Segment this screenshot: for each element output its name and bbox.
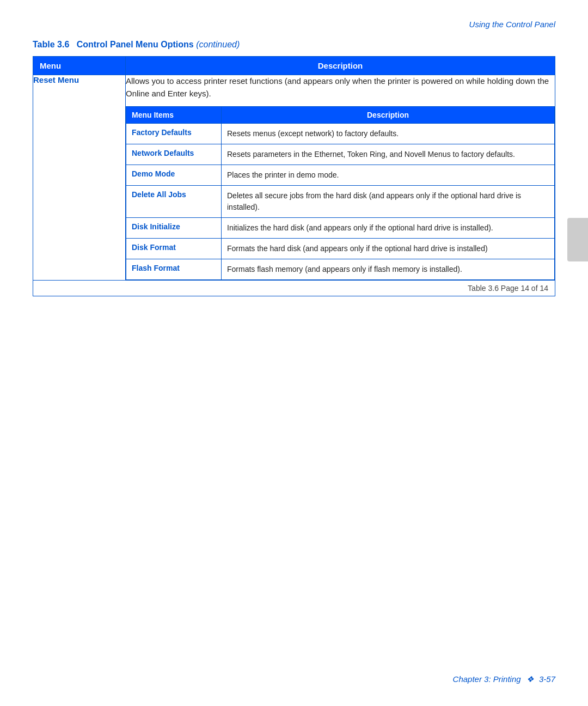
page-footer: Chapter 3: Printing ❖ 3-57 (453, 674, 555, 684)
table-number: Table 3.6 (33, 40, 69, 49)
inner-menu-item-desc: Resets parameters in the Ethernet, Token… (222, 144, 555, 165)
main-header-row: Menu Description (33, 57, 555, 75)
main-table: Menu Description Reset Menu Allows you t… (33, 56, 555, 296)
inner-menu-item-desc: Formats the hard disk (and appears only … (222, 239, 555, 259)
reset-menu-desc-cell: Allows you to access printer reset funct… (126, 75, 555, 281)
chapter-tab (567, 218, 588, 261)
table-title: Table 3.6 Control Panel Menu Options (co… (33, 40, 555, 50)
content-area: Table 3.6 Control Panel Menu Options (co… (0, 34, 588, 329)
pagination-row: Table 3.6 Page 14 of 14 (33, 281, 555, 296)
inner-menu-item-label: Flash Format (126, 259, 222, 280)
inner-menu-item-desc: Deletes all secure jobs from the hard di… (222, 186, 555, 218)
inner-menu-item-desc: Places the printer in demo mode. (222, 165, 555, 186)
table-bold-title: Control Panel Menu Options (72, 40, 194, 49)
inner-menu-item-label: Disk Format (126, 239, 222, 259)
pagination-text: Table 3.6 Page 14 of 14 (468, 284, 548, 293)
inner-table-row: Network DefaultsResets parameters in the… (126, 144, 555, 165)
inner-header-row: Menu Items Description (126, 107, 555, 124)
inner-menu-item-desc: Initializes the hard disk (and appears o… (222, 218, 555, 239)
inner-menu-item-label: Delete All Jobs (126, 186, 222, 218)
table-italic-continued: (continued) (196, 40, 240, 49)
description-col-header: Description (126, 57, 555, 75)
inner-menu-item-label: Disk Initialize (126, 218, 222, 239)
pagination-cell: Table 3.6 Page 14 of 14 (33, 281, 555, 296)
footer-chapter: Chapter 3: Printing (453, 674, 521, 684)
inner-menu-item-desc: Formats flash memory (and appears only i… (222, 259, 555, 280)
reset-menu-description: Allows you to access printer reset funct… (126, 75, 555, 100)
reset-menu-row: Reset Menu Allows you to access printer … (33, 75, 555, 281)
inner-table-row: Flash FormatFormats flash memory (and ap… (126, 259, 555, 280)
inner-menu-items-header: Menu Items (126, 107, 222, 124)
inner-table: Menu Items Description Factory DefaultsR… (126, 106, 555, 280)
reset-menu-label: Reset Menu (33, 75, 126, 281)
inner-table-row: Disk InitializeInitializes the hard disk… (126, 218, 555, 239)
page-header: Using the Control Panel (0, 0, 588, 34)
inner-table-row: Demo ModePlaces the printer in demo mode… (126, 165, 555, 186)
inner-table-row: Disk FormatFormats the hard disk (and ap… (126, 239, 555, 259)
footer-page: 3-57 (539, 674, 555, 684)
inner-menu-item-label: Network Defaults (126, 144, 222, 165)
inner-menu-item-desc: Resets menus (except network) to factory… (222, 124, 555, 144)
header-text: Using the Control Panel (469, 20, 555, 29)
inner-description-header: Description (222, 107, 555, 124)
footer-separator: ❖ (526, 674, 534, 684)
menu-col-header: Menu (33, 57, 126, 75)
inner-menu-item-label: Factory Defaults (126, 124, 222, 144)
inner-menu-item-label: Demo Mode (126, 165, 222, 186)
inner-table-row: Factory DefaultsResets menus (except net… (126, 124, 555, 144)
inner-table-row: Delete All JobsDeletes all secure jobs f… (126, 186, 555, 218)
